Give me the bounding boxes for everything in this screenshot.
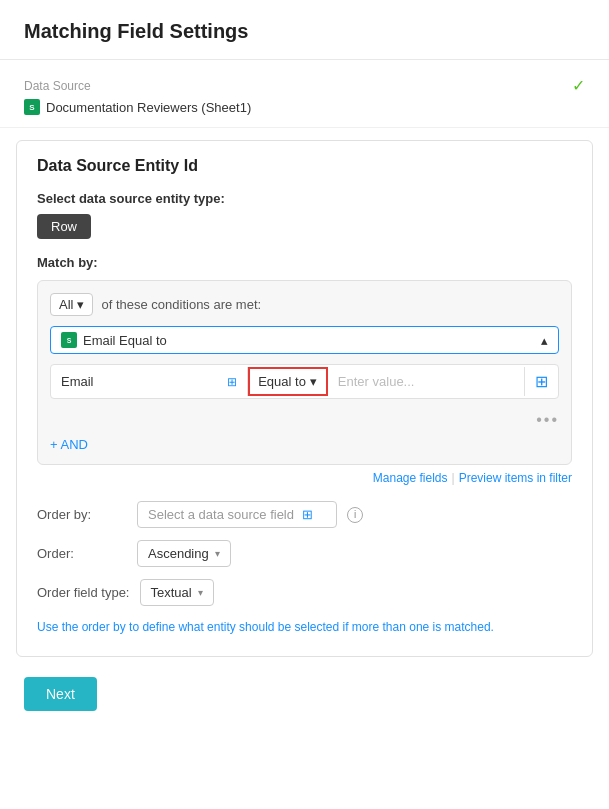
condition-pill-inner: S Email Equal to [61, 332, 167, 348]
condition-operator[interactable]: Equal to ▾ [248, 367, 328, 396]
all-dropdown[interactable]: All ▾ [50, 293, 93, 316]
page-header: Matching Field Settings [0, 0, 609, 60]
manage-fields-link[interactable]: Manage fields [373, 471, 448, 485]
pipe-divider: | [452, 471, 455, 485]
conditions-text: of these conditions are met: [101, 297, 261, 312]
condition-row: Email ⊞ Equal to ▾ Enter value... ⊞ [50, 364, 559, 399]
data-source-check-icon: ✓ [572, 76, 585, 95]
row-button[interactable]: Row [37, 214, 91, 239]
order-by-select[interactable]: Select a data source field ⊞ [137, 501, 337, 528]
condition-value-input[interactable]: Enter value... [328, 367, 525, 396]
order-by-row: Order by: Select a data source field ⊞ i [37, 501, 572, 528]
order-section: Order by: Select a data source field ⊞ i… [37, 501, 572, 636]
operator-chevron: ▾ [310, 374, 317, 389]
match-by-section: Match by: All ▾ of these conditions are … [37, 255, 572, 485]
data-source-section: Data Source ✓ S Documentation Reviewers … [0, 60, 609, 128]
card-title: Data Source Entity Id [37, 157, 572, 175]
order-field-type-chevron: ▾ [198, 587, 203, 598]
preview-items-link[interactable]: Preview items in filter [459, 471, 572, 485]
order-by-placeholder: Select a data source field [148, 507, 294, 522]
order-field-type-label: Order field type: [37, 585, 130, 600]
match-by-label: Match by: [37, 255, 572, 270]
manage-links: Manage fields | Preview items in filter [37, 471, 572, 485]
main-card: Data Source Entity Id Select data source… [16, 140, 593, 657]
field-selector-icon[interactable]: ⊞ [227, 375, 237, 389]
condition-field-text: Email [61, 374, 94, 389]
next-button[interactable]: Next [24, 677, 97, 711]
condition-pill[interactable]: S Email Equal to ▴ [50, 326, 559, 354]
order-row: Order: Ascending ▾ [37, 540, 572, 567]
order-field-type-row: Order field type: Textual ▾ [37, 579, 572, 606]
entity-type-label: Select data source entity type: [37, 191, 572, 206]
entity-type-section: Select data source entity type: Row [37, 191, 572, 239]
data-source-value: S Documentation Reviewers (Sheet1) [24, 99, 585, 115]
order-hint: Use the order by to define what entity s… [37, 618, 572, 636]
order-field-type-dropdown[interactable]: Textual ▾ [140, 579, 214, 606]
condition-add-btn[interactable]: ⊞ [525, 365, 558, 398]
order-value: Ascending [148, 546, 209, 561]
condition-value-placeholder: Enter value... [338, 374, 415, 389]
condition-operator-text: Equal to [258, 374, 306, 389]
page-title: Matching Field Settings [24, 20, 585, 43]
order-field-type-value: Textual [151, 585, 192, 600]
data-source-label-text: Data Source [24, 79, 91, 93]
condition-pill-text: Email Equal to [83, 333, 167, 348]
more-options: ••• [50, 407, 559, 435]
order-dropdown[interactable]: Ascending ▾ [137, 540, 231, 567]
conditions-header: All ▾ of these conditions are met: [50, 293, 559, 316]
data-source-label-row: Data Source ✓ [24, 76, 585, 95]
add-and-button[interactable]: + AND [50, 437, 559, 452]
add-field-icon: ⊞ [535, 372, 548, 391]
info-icon[interactable]: i [347, 507, 363, 523]
all-dropdown-chevron: ▾ [77, 297, 84, 312]
more-dots[interactable]: ••• [536, 411, 559, 429]
data-source-name: Documentation Reviewers (Sheet1) [46, 100, 251, 115]
conditions-box: All ▾ of these conditions are met: S Ema… [37, 280, 572, 465]
order-chevron: ▾ [215, 548, 220, 559]
order-label: Order: [37, 546, 127, 561]
sheet-icon: S [24, 99, 40, 115]
all-dropdown-label: All [59, 297, 73, 312]
pill-chevron-up: ▴ [541, 333, 548, 348]
pill-sheet-icon: S [61, 332, 77, 348]
order-by-label: Order by: [37, 507, 127, 522]
order-field-icon: ⊞ [302, 507, 313, 522]
condition-field: Email ⊞ [51, 367, 248, 396]
